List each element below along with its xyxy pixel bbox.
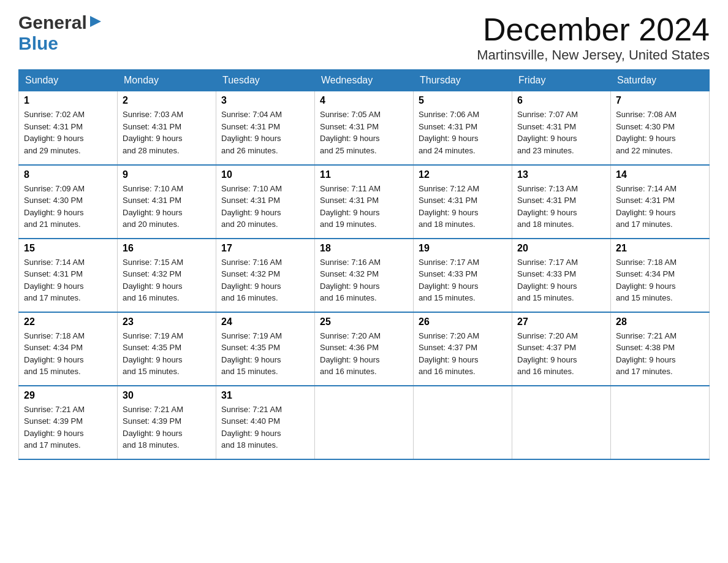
day-info: Sunrise: 7:07 AMSunset: 4:31 PMDaylight:… bbox=[517, 109, 605, 156]
table-row: 31 Sunrise: 7:21 AMSunset: 4:40 PMDaylig… bbox=[216, 386, 315, 459]
table-row: 1 Sunrise: 7:02 AMSunset: 4:31 PMDayligh… bbox=[19, 91, 118, 165]
title-section: December 2024 Martinsville, New Jersey, … bbox=[477, 12, 710, 63]
table-row: 2 Sunrise: 7:03 AMSunset: 4:31 PMDayligh… bbox=[118, 91, 216, 165]
table-row: 5 Sunrise: 7:06 AMSunset: 4:31 PMDayligh… bbox=[414, 91, 512, 165]
table-row: 19 Sunrise: 7:17 AMSunset: 4:33 PMDaylig… bbox=[414, 239, 512, 312]
day-number: 10 bbox=[221, 169, 309, 180]
day-number: 13 bbox=[517, 169, 605, 180]
day-info: Sunrise: 7:17 AMSunset: 4:33 PMDaylight:… bbox=[419, 256, 507, 304]
calendar-week-row: 29 Sunrise: 7:21 AMSunset: 4:39 PMDaylig… bbox=[19, 386, 710, 459]
day-info: Sunrise: 7:16 AMSunset: 4:32 PMDaylight:… bbox=[221, 256, 309, 304]
table-row: 30 Sunrise: 7:21 AMSunset: 4:39 PMDaylig… bbox=[118, 386, 216, 459]
day-info: Sunrise: 7:14 AMSunset: 4:31 PMDaylight:… bbox=[616, 183, 704, 231]
day-number: 16 bbox=[123, 243, 211, 254]
table-row: 24 Sunrise: 7:19 AMSunset: 4:35 PMDaylig… bbox=[216, 312, 315, 386]
table-row: 25 Sunrise: 7:20 AMSunset: 4:36 PMDaylig… bbox=[315, 312, 414, 386]
day-number: 22 bbox=[24, 316, 112, 327]
day-info: Sunrise: 7:04 AMSunset: 4:31 PMDaylight:… bbox=[221, 109, 309, 156]
table-row bbox=[611, 386, 710, 459]
day-number: 1 bbox=[24, 95, 112, 106]
page-header: General Blue December 2024 Martinsville,… bbox=[18, 12, 710, 63]
day-info: Sunrise: 7:10 AMSunset: 4:31 PMDaylight:… bbox=[123, 183, 211, 231]
table-row bbox=[315, 386, 414, 459]
table-row: 20 Sunrise: 7:17 AMSunset: 4:33 PMDaylig… bbox=[512, 239, 611, 312]
day-info: Sunrise: 7:05 AMSunset: 4:31 PMDaylight:… bbox=[320, 109, 408, 156]
logo: General Blue bbox=[18, 12, 102, 54]
table-row: 26 Sunrise: 7:20 AMSunset: 4:37 PMDaylig… bbox=[414, 312, 512, 386]
month-year-title: December 2024 bbox=[477, 12, 710, 47]
table-row: 16 Sunrise: 7:15 AMSunset: 4:32 PMDaylig… bbox=[118, 239, 216, 312]
table-row: 8 Sunrise: 7:09 AMSunset: 4:30 PMDayligh… bbox=[19, 165, 118, 239]
day-info: Sunrise: 7:18 AMSunset: 4:34 PMDaylight:… bbox=[24, 330, 112, 378]
day-info: Sunrise: 7:21 AMSunset: 4:40 PMDaylight:… bbox=[221, 404, 309, 451]
table-row: 17 Sunrise: 7:16 AMSunset: 4:32 PMDaylig… bbox=[216, 239, 315, 312]
day-number: 9 bbox=[123, 169, 211, 180]
day-number: 12 bbox=[419, 169, 507, 180]
header-thursday: Thursday bbox=[414, 70, 512, 91]
day-number: 30 bbox=[123, 390, 211, 401]
table-row: 27 Sunrise: 7:20 AMSunset: 4:37 PMDaylig… bbox=[512, 312, 611, 386]
day-info: Sunrise: 7:02 AMSunset: 4:31 PMDaylight:… bbox=[24, 109, 112, 156]
day-number: 21 bbox=[616, 243, 704, 254]
day-number: 23 bbox=[123, 316, 211, 327]
table-row: 28 Sunrise: 7:21 AMSunset: 4:38 PMDaylig… bbox=[611, 312, 710, 386]
day-number: 28 bbox=[616, 316, 704, 327]
day-info: Sunrise: 7:08 AMSunset: 4:30 PMDaylight:… bbox=[616, 109, 704, 156]
table-row: 29 Sunrise: 7:21 AMSunset: 4:39 PMDaylig… bbox=[19, 386, 118, 459]
table-row: 10 Sunrise: 7:10 AMSunset: 4:31 PMDaylig… bbox=[216, 165, 315, 239]
day-number: 17 bbox=[221, 243, 309, 254]
table-row: 9 Sunrise: 7:10 AMSunset: 4:31 PMDayligh… bbox=[118, 165, 216, 239]
day-info: Sunrise: 7:12 AMSunset: 4:31 PMDaylight:… bbox=[419, 183, 507, 231]
day-number: 15 bbox=[24, 243, 112, 254]
day-info: Sunrise: 7:21 AMSunset: 4:39 PMDaylight:… bbox=[24, 404, 112, 451]
day-number: 24 bbox=[221, 316, 309, 327]
table-row: 22 Sunrise: 7:18 AMSunset: 4:34 PMDaylig… bbox=[19, 312, 118, 386]
table-row: 4 Sunrise: 7:05 AMSunset: 4:31 PMDayligh… bbox=[315, 91, 414, 165]
day-number: 3 bbox=[221, 95, 309, 106]
table-row: 3 Sunrise: 7:04 AMSunset: 4:31 PMDayligh… bbox=[216, 91, 315, 165]
header-sunday: Sunday bbox=[19, 70, 118, 91]
day-number: 18 bbox=[320, 243, 408, 254]
day-info: Sunrise: 7:19 AMSunset: 4:35 PMDaylight:… bbox=[123, 330, 211, 378]
header-friday: Friday bbox=[512, 70, 611, 91]
day-info: Sunrise: 7:21 AMSunset: 4:39 PMDaylight:… bbox=[123, 404, 211, 451]
weekday-header-row: Sunday Monday Tuesday Wednesday Thursday… bbox=[19, 70, 710, 91]
table-row: 21 Sunrise: 7:18 AMSunset: 4:34 PMDaylig… bbox=[611, 239, 710, 312]
day-info: Sunrise: 7:13 AMSunset: 4:31 PMDaylight:… bbox=[517, 183, 605, 231]
day-number: 4 bbox=[320, 95, 408, 106]
header-wednesday: Wednesday bbox=[315, 70, 414, 91]
day-info: Sunrise: 7:06 AMSunset: 4:31 PMDaylight:… bbox=[419, 109, 507, 156]
day-info: Sunrise: 7:09 AMSunset: 4:30 PMDaylight:… bbox=[24, 183, 112, 231]
table-row: 18 Sunrise: 7:16 AMSunset: 4:32 PMDaylig… bbox=[315, 239, 414, 312]
table-row: 14 Sunrise: 7:14 AMSunset: 4:31 PMDaylig… bbox=[611, 165, 710, 239]
table-row bbox=[414, 386, 512, 459]
day-info: Sunrise: 7:03 AMSunset: 4:31 PMDaylight:… bbox=[123, 109, 211, 156]
day-info: Sunrise: 7:21 AMSunset: 4:38 PMDaylight:… bbox=[616, 330, 704, 378]
header-monday: Monday bbox=[118, 70, 216, 91]
table-row: 7 Sunrise: 7:08 AMSunset: 4:30 PMDayligh… bbox=[611, 91, 710, 165]
logo-general-text: General bbox=[18, 12, 87, 33]
svg-marker-0 bbox=[90, 16, 101, 27]
header-saturday: Saturday bbox=[611, 70, 710, 91]
day-info: Sunrise: 7:18 AMSunset: 4:34 PMDaylight:… bbox=[616, 256, 704, 304]
day-number: 31 bbox=[221, 390, 309, 401]
calendar-week-row: 22 Sunrise: 7:18 AMSunset: 4:34 PMDaylig… bbox=[19, 312, 710, 386]
day-number: 19 bbox=[419, 243, 507, 254]
day-info: Sunrise: 7:11 AMSunset: 4:31 PMDaylight:… bbox=[320, 183, 408, 231]
day-info: Sunrise: 7:20 AMSunset: 4:37 PMDaylight:… bbox=[419, 330, 507, 378]
day-number: 27 bbox=[517, 316, 605, 327]
table-row: 13 Sunrise: 7:13 AMSunset: 4:31 PMDaylig… bbox=[512, 165, 611, 239]
day-number: 5 bbox=[419, 95, 507, 106]
day-number: 26 bbox=[419, 316, 507, 327]
table-row: 15 Sunrise: 7:14 AMSunset: 4:31 PMDaylig… bbox=[19, 239, 118, 312]
day-number: 2 bbox=[123, 95, 211, 106]
day-number: 29 bbox=[24, 390, 112, 401]
day-number: 20 bbox=[517, 243, 605, 254]
day-info: Sunrise: 7:10 AMSunset: 4:31 PMDaylight:… bbox=[221, 183, 309, 231]
calendar-week-row: 15 Sunrise: 7:14 AMSunset: 4:31 PMDaylig… bbox=[19, 239, 710, 312]
table-row: 11 Sunrise: 7:11 AMSunset: 4:31 PMDaylig… bbox=[315, 165, 414, 239]
table-row: 23 Sunrise: 7:19 AMSunset: 4:35 PMDaylig… bbox=[118, 312, 216, 386]
day-info: Sunrise: 7:19 AMSunset: 4:35 PMDaylight:… bbox=[221, 330, 309, 378]
day-number: 7 bbox=[616, 95, 704, 106]
day-number: 14 bbox=[616, 169, 704, 180]
